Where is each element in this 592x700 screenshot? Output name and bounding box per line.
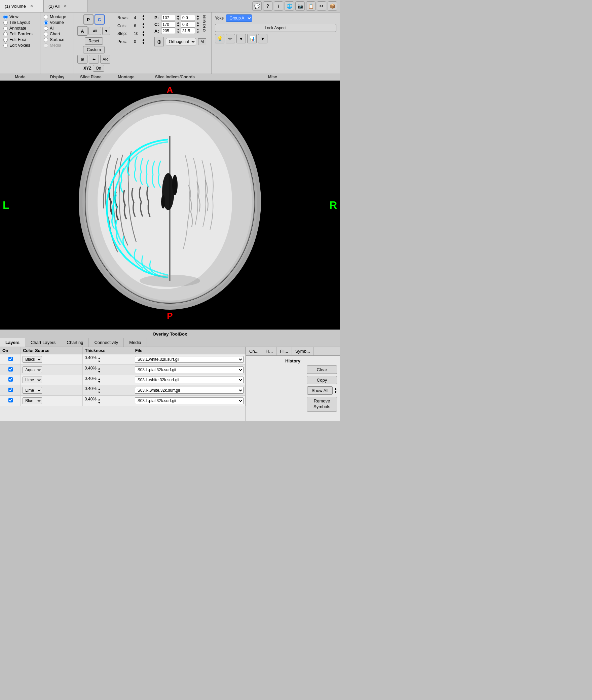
- mode-annotate-radio[interactable]: [3, 26, 8, 31]
- toolbar-chat-icon[interactable]: 💬: [252, 1, 262, 11]
- on-checkbox-3[interactable]: [8, 377, 13, 382]
- a-arrows[interactable]: ▲ ▼: [177, 28, 180, 35]
- slice-c-btn[interactable]: C: [95, 14, 105, 25]
- tab-1[interactable]: (1) Volume ✕: [0, 0, 44, 12]
- display-surface-radio[interactable]: [44, 38, 48, 42]
- color-select-3[interactable]: Lime Black Aqua Blue: [23, 377, 42, 383]
- thickness-spinner-1[interactable]: ▲ ▼: [98, 357, 101, 363]
- on-checkbox-4[interactable]: [8, 388, 13, 392]
- cols-arrows[interactable]: ▲ ▼: [142, 23, 145, 29]
- display-chart[interactable]: Chart: [44, 32, 70, 36]
- color-select-2[interactable]: Aqua Black Lime Blue: [23, 366, 42, 373]
- file-cell-5[interactable]: S03.L.pial.32k.surf.gii: [133, 396, 245, 406]
- on-checkbox-2[interactable]: [8, 367, 13, 372]
- toolbar-info-icon[interactable]: i: [274, 1, 283, 11]
- slice-all-btn[interactable]: All: [88, 27, 101, 35]
- p2-arrows[interactable]: ▲ ▼: [196, 14, 199, 21]
- toolbar-globe-icon[interactable]: 🌐: [285, 1, 294, 11]
- file-select-1[interactable]: S03.L.white.32k.surf.gii: [135, 356, 244, 363]
- p-val2-input[interactable]: 0.0: [181, 15, 195, 21]
- display-all-radio[interactable]: [44, 26, 48, 31]
- custom-button[interactable]: Custom: [83, 46, 104, 53]
- mode-editborders-radio[interactable]: [3, 32, 8, 36]
- tab-connectivity[interactable]: Connectivity: [89, 338, 124, 347]
- cross-btn[interactable]: ⊕: [154, 37, 164, 46]
- thickness-cell-4[interactable]: 0.40% ▲ ▼: [83, 385, 133, 396]
- lock-aspect-button[interactable]: Lock Aspect: [215, 24, 336, 32]
- toolbar-clipboard-icon[interactable]: 📋: [306, 1, 316, 11]
- file-select-2[interactable]: S03.L.pial.32k.surf.gii: [135, 366, 244, 373]
- p-val1-input[interactable]: 107: [161, 15, 175, 21]
- slice-ar-btn[interactable]: AR: [100, 55, 110, 64]
- down-arrow-2-icon[interactable]: ▼: [258, 34, 267, 43]
- on-button[interactable]: On: [93, 65, 104, 72]
- thickness-cell-2[interactable]: 0.40% ▲ ▼: [83, 364, 133, 375]
- mode-tile-radio[interactable]: [3, 21, 8, 25]
- thickness-spinner-3[interactable]: ▲ ▼: [98, 378, 101, 384]
- on-cell-5[interactable]: [0, 396, 21, 406]
- display-montage-radio[interactable]: [44, 15, 48, 19]
- display-all[interactable]: All: [44, 26, 70, 31]
- show-all-arrows[interactable]: ▲ ▼: [334, 387, 337, 394]
- display-media[interactable]: Media: [44, 43, 70, 48]
- c2-arrows[interactable]: ▲ ▼: [196, 21, 199, 28]
- toolbar-package-icon[interactable]: 📦: [328, 1, 337, 11]
- lightbulb-icon[interactable]: 💡: [215, 34, 224, 43]
- tab-symb[interactable]: Symb...: [292, 347, 314, 355]
- on-cell-3[interactable]: [0, 375, 21, 385]
- file-cell-3[interactable]: S03.L.white.32k.surf.gii: [133, 375, 245, 385]
- mode-editvoxels[interactable]: Edit Voxels: [3, 43, 37, 48]
- pencil-icon[interactable]: ✏: [226, 34, 235, 43]
- copy-button[interactable]: Copy: [307, 376, 337, 384]
- file-cell-1[interactable]: S03.L.white.32k.surf.gii: [133, 354, 245, 365]
- on-checkbox-1[interactable]: [8, 357, 13, 361]
- toolbar-camera-icon[interactable]: 📷: [295, 1, 305, 11]
- m-button[interactable]: M: [198, 38, 206, 45]
- layers-table-area[interactable]: On Color Source Thickness File: [0, 347, 246, 421]
- on-cell-2[interactable]: [0, 364, 21, 375]
- thickness-spinner-2[interactable]: ▲ ▼: [98, 367, 101, 374]
- orientation-select[interactable]: Orthogonal: [166, 38, 196, 45]
- on-checkbox-5[interactable]: [8, 398, 13, 402]
- brain-area[interactable]: A P L R: [0, 81, 340, 329]
- mode-tile[interactable]: Tile Layout: [3, 20, 37, 25]
- thickness-spinner-5[interactable]: ▲ ▼: [98, 398, 101, 405]
- reset-button[interactable]: Reset: [85, 37, 103, 45]
- c-val1-input[interactable]: 170: [161, 22, 175, 28]
- color-cell-1[interactable]: Black Aqua Lime Blue: [21, 354, 83, 365]
- tab-2[interactable]: (2) All ✕: [44, 0, 87, 12]
- remove-symbols-button[interactable]: Remove Symbols: [307, 397, 337, 412]
- c-arrows[interactable]: ▲ ▼: [177, 21, 180, 28]
- file-select-4[interactable]: S03.R.white.32k.surf.gii: [135, 387, 244, 394]
- a-val1-input[interactable]: 205: [161, 28, 175, 34]
- a-val2-input[interactable]: 31.5: [181, 28, 195, 34]
- thickness-cell-3[interactable]: 0.40% ▲ ▼: [83, 375, 133, 385]
- color-select-1[interactable]: Black Aqua Lime Blue: [23, 356, 42, 363]
- file-cell-2[interactable]: S03.L.pial.32k.surf.gii: [133, 364, 245, 375]
- chart-icon[interactable]: 📊: [247, 34, 257, 43]
- rows-down[interactable]: ▼: [142, 18, 145, 21]
- tab-ch[interactable]: Ch...: [246, 347, 262, 355]
- file-select-3[interactable]: S03.L.white.32k.surf.gii: [135, 377, 244, 383]
- tab-fi[interactable]: Fi...: [262, 347, 276, 355]
- mode-editborders[interactable]: Edit Borders: [3, 32, 37, 36]
- tab-1-close[interactable]: ✕: [30, 4, 33, 8]
- toolbar-scissors-icon[interactable]: ✂: [317, 1, 326, 11]
- p-arrows[interactable]: ▲ ▼: [177, 14, 180, 21]
- tab-chart-layers[interactable]: Chart Layers: [25, 338, 61, 347]
- display-montage[interactable]: Montage: [44, 14, 70, 19]
- color-select-4[interactable]: Lime Black Aqua Blue: [23, 387, 42, 394]
- slice-crosshair-btn[interactable]: ⊕: [77, 55, 87, 64]
- step-arrows[interactable]: ▲ ▼: [142, 31, 145, 37]
- step-down[interactable]: ▼: [142, 34, 145, 37]
- toolbar-help-icon[interactable]: ?: [263, 1, 272, 11]
- thickness-spinner-4[interactable]: ▲ ▼: [98, 388, 101, 394]
- prec-arrows[interactable]: ▲ ▼: [142, 38, 145, 45]
- thickness-cell-1[interactable]: 0.40% ▲ ▼: [83, 354, 133, 365]
- display-volume-radio[interactable]: [44, 21, 48, 25]
- tab-layers[interactable]: Layers: [0, 338, 25, 347]
- tab-fil[interactable]: Fil...: [276, 347, 292, 355]
- mode-editvoxels-radio[interactable]: [3, 43, 8, 48]
- mode-editfoci[interactable]: Edit Foci: [3, 37, 37, 42]
- tab-2-close[interactable]: ✕: [64, 4, 67, 8]
